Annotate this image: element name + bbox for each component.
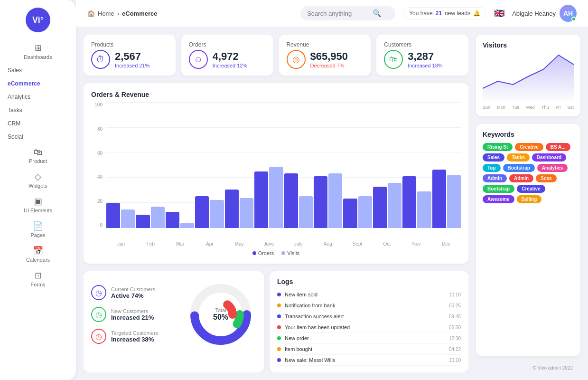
log-text: New item sold — [285, 292, 445, 297]
bar-orders-oct — [373, 187, 387, 228]
keyword-tag[interactable]: Rising St — [483, 143, 513, 151]
search-bar[interactable]: 🔍 — [300, 6, 395, 20]
keyword-tag[interactable]: Scss — [536, 174, 556, 182]
sidebar-item-label: Dashboards — [24, 54, 52, 60]
log-dot — [277, 293, 281, 296]
keyword-tag[interactable]: Sales — [483, 153, 504, 162]
x-label-sept: Sept — [343, 241, 372, 247]
home-icon: 🏠 — [87, 10, 95, 17]
product-icon: 🛍 — [34, 147, 42, 157]
keyword-tag[interactable]: Analytics — [537, 164, 568, 172]
sidebar-item-product[interactable]: 🛍 Product — [0, 144, 76, 167]
sidebar-item-social[interactable]: Social — [0, 131, 76, 142]
current-customers-icon: ◷ — [91, 285, 106, 300]
keyword-tag[interactable]: Tasks — [507, 153, 530, 162]
sidebar-item-label: Forms — [30, 282, 45, 287]
stat-icon-revenue: ◎ — [287, 50, 306, 69]
donut-legends: ◷ Current Customers Active 74% ◷ New Cus… — [91, 285, 177, 344]
online-status-dot — [571, 17, 576, 21]
bar-orders-nov — [402, 176, 416, 228]
sidebar-item-label: Calendars — [26, 257, 50, 263]
log-dot — [277, 336, 281, 340]
keyword-tag[interactable]: Creative — [515, 143, 543, 151]
search-input[interactable] — [307, 10, 369, 17]
donut-center-label: Total — [213, 307, 228, 313]
sidebar-item-ecommerce[interactable]: eCommerce — [0, 78, 76, 89]
x-label-dec: Dec — [431, 241, 461, 247]
keyword-tag[interactable]: Selling — [517, 195, 542, 203]
keyword-tag[interactable]: Creative — [517, 185, 545, 193]
orders-revenue-chart: Orders & Revenue 020406080100 JanFebMarA… — [84, 83, 468, 264]
bar-orders-dec — [432, 170, 446, 228]
x-label-nov: Nov — [402, 241, 431, 247]
logs-title: Logs — [277, 278, 461, 285]
sidebar-item-crm[interactable]: CRM — [0, 118, 76, 129]
content-area: Products ⏱ 2,567 Increased 21% Orders ☺ — [76, 27, 588, 380]
header: 🏠 Home › eCommerce 🔍 You have 21 new lea… — [76, 0, 588, 27]
log-text: Transaction success alert — [285, 314, 445, 319]
stat-icon-customers: 🛍 — [384, 50, 403, 69]
stat-label: Products — [91, 41, 168, 48]
log-item: Notification from bank05:25 — [277, 300, 461, 311]
stat-card-customers: Customers 🛍 3,287 Increased 18% — [376, 35, 468, 76]
legend-orders-dot — [252, 251, 256, 255]
sidebar-item-sales[interactable]: Sales — [0, 65, 76, 76]
bar-visits-jan — [121, 209, 135, 228]
x-label-oct: Oct — [372, 241, 401, 247]
targeted-customers-icon: ◷ — [91, 329, 106, 344]
keyword-tag[interactable]: Admin — [509, 174, 533, 182]
x-label-aug: Aug — [313, 241, 343, 247]
sidebar-item-calendars[interactable]: 📅 Calendars — [0, 243, 76, 266]
bar-visits-apr — [210, 200, 224, 228]
logo[interactable]: Vi° — [26, 8, 50, 32]
keyword-tag[interactable]: Admin — [483, 174, 507, 182]
sidebar-item-label: Widgets — [28, 183, 47, 189]
sidebar-item-pages[interactable]: 📄 Pages — [0, 218, 76, 241]
sidebar-item-widgets[interactable]: ◇ Widgets — [0, 169, 76, 191]
current-customers-item: ◷ Current Customers Active 74% — [91, 285, 177, 300]
user-info: Abigale Heaney AH — [512, 5, 577, 22]
breadcrumb: 🏠 Home › eCommerce — [87, 10, 157, 17]
x-label-june: June — [254, 241, 283, 247]
flag-icon[interactable]: 🇬🇧 — [494, 8, 504, 19]
chart-legend: Orders Visits — [91, 250, 461, 256]
visitors-card: Visitors SunMonTueWedThuFriSat — [476, 35, 580, 116]
x-label-apr: Apr — [195, 241, 224, 247]
keyword-tag[interactable]: Awesome — [483, 195, 514, 203]
stat-change-products: Increased 21% — [115, 63, 149, 68]
sidebar-item-analytics[interactable]: Analytics — [0, 91, 76, 103]
home-label[interactable]: Home — [98, 10, 114, 17]
current-page: eCommerce — [122, 10, 157, 17]
donut-chart: Total 50% — [185, 279, 256, 350]
widgets-icon: ◇ — [35, 171, 41, 182]
stat-card-products: Products ⏱ 2,567 Increased 21% — [84, 35, 176, 76]
user-name: Abigale Heaney — [512, 10, 556, 17]
avatar[interactable]: AH — [560, 5, 577, 22]
keyword-tag[interactable]: Dashboard — [532, 153, 566, 162]
keyword-tag[interactable]: BS A... — [546, 143, 570, 151]
stat-value-products: 2,567 — [115, 50, 149, 63]
bar-visits-mar — [180, 223, 194, 228]
sidebar-item-dashboards[interactable]: ⊞ Dashboards — [0, 40, 76, 63]
bar-chart-area: 020406080100 JanFebMarAprMayJuneJulyAugS… — [91, 102, 461, 256]
keyword-tag[interactable]: Bootstrap — [503, 164, 535, 172]
log-item: Item bought04:22 — [277, 344, 461, 355]
sidebar-item-forms[interactable]: ⊡ Forms — [0, 267, 76, 290]
log-text: New sale: Messi Wills — [285, 357, 445, 363]
x-label-may: May — [224, 241, 254, 247]
visitors-day-label: Sun — [483, 105, 490, 110]
stat-label: Customers — [384, 41, 461, 48]
keyword-tag[interactable]: Top — [483, 164, 501, 172]
legend-visits-dot — [281, 251, 285, 255]
log-time: 05:25 — [449, 303, 461, 308]
leads-badge: You have 21 new leads 🔔 — [403, 7, 486, 19]
stat-value-revenue: $65,950 — [310, 50, 348, 63]
log-item: Transaction success alert09:45 — [277, 311, 461, 322]
current-customers-label: Current Customers — [111, 286, 155, 292]
keyword-tag[interactable]: Bootstrap — [483, 185, 514, 193]
search-icon: 🔍 — [373, 9, 382, 18]
stat-label: Orders — [189, 41, 266, 48]
sidebar-item-tasks[interactable]: Tasks — [0, 104, 76, 116]
visitors-day-label: Fri — [556, 105, 561, 110]
sidebar-item-ui-elements[interactable]: ▣ UI Elements — [0, 193, 76, 216]
